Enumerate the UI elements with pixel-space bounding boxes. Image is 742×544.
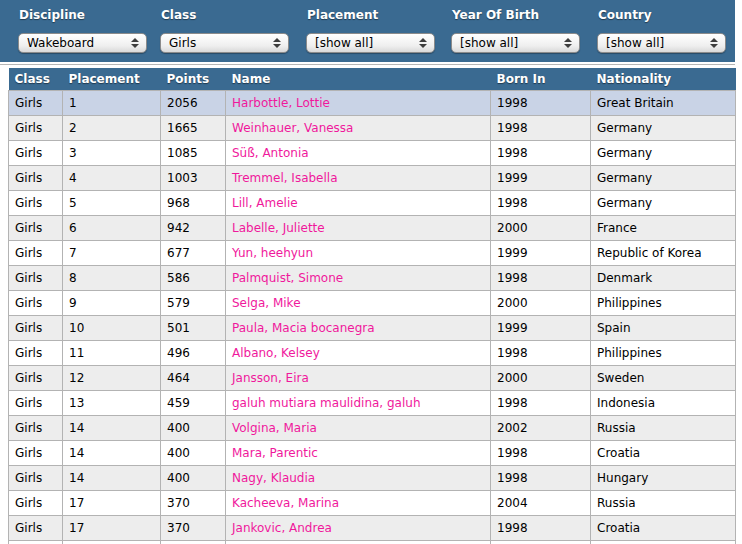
- cell-nationality: Great Britain: [591, 91, 736, 116]
- results-table-body: Girls12056Harbottle, Lottie1998Great Bri…: [9, 91, 736, 544]
- competitor-name-link[interactable]: Harbottle, Lottie: [232, 96, 330, 110]
- competitor-name-link[interactable]: Volgina, Maria: [232, 421, 317, 435]
- table-row: Girls9579Selga, Mike2000Philippines: [9, 291, 736, 316]
- table-row: Girls7677Yun, heehyun1999Republic of Kor…: [9, 241, 736, 266]
- select-arrows-icon: [564, 38, 572, 48]
- competitor-name-link[interactable]: Tremmel, Isabella: [232, 171, 338, 185]
- column-header-born-in: Born In: [491, 68, 591, 91]
- cell-name: Kacheeva, Marina: [226, 491, 491, 516]
- class-select-value: Girls: [169, 36, 268, 50]
- cell-nationality: Germany: [591, 166, 736, 191]
- cell-placement: 10: [63, 316, 161, 341]
- table-row: Girls13459galuh mutiara maulidina, galuh…: [9, 391, 736, 416]
- cell-points: 1003: [161, 166, 226, 191]
- cell-name: Mara, Parentic: [226, 441, 491, 466]
- competitor-name-link[interactable]: Labelle, Juliette: [232, 221, 325, 235]
- cell-points: 942: [161, 216, 226, 241]
- competitor-name-link[interactable]: Kacheeva, Marina: [232, 496, 339, 510]
- competitor-name-link[interactable]: Mara, Parentic: [232, 446, 318, 460]
- cell-points: 1665: [161, 116, 226, 141]
- cell-placement: 11: [63, 341, 161, 366]
- cell-points: 1085: [161, 141, 226, 166]
- competitor-name-link[interactable]: Selga, Mike: [232, 296, 301, 310]
- cell-name: [226, 541, 491, 544]
- table-row: Girls21665Weinhauer, Vanessa1998Germany: [9, 116, 736, 141]
- competitor-name-link[interactable]: Jankovic, Andrea: [232, 521, 332, 535]
- year-of-birth-select-value: [show all]: [460, 36, 559, 50]
- select-arrows-icon: [273, 38, 281, 48]
- cell-name: Jansson, Eira: [226, 366, 491, 391]
- select-arrows-icon: [710, 38, 718, 48]
- table-row: Girls11496Albano, Kelsey1998Philippines: [9, 341, 736, 366]
- competitor-name-link[interactable]: Paula, Macia bocanegra: [232, 321, 375, 335]
- cell-points: 579: [161, 291, 226, 316]
- cell-name: Nagy, Klaudia: [226, 466, 491, 491]
- cell-born-in: 2000: [491, 216, 591, 241]
- cell-placement: [63, 541, 161, 544]
- cell-placement: 14: [63, 441, 161, 466]
- cell-class: Girls: [9, 191, 63, 216]
- competitor-name-link[interactable]: Yun, heehyun: [232, 246, 313, 260]
- cell-born-in: 1998: [491, 466, 591, 491]
- cell-name: galuh mutiara maulidina, galuh: [226, 391, 491, 416]
- cell-placement: 14: [63, 416, 161, 441]
- cell-name: Lill, Amelie: [226, 191, 491, 216]
- cell-nationality: France: [591, 216, 736, 241]
- table-row: Girls12056Harbottle, Lottie1998Great Bri…: [9, 91, 736, 116]
- cell-placement: 8: [63, 266, 161, 291]
- cell-born-in: 1998: [491, 91, 591, 116]
- cell-name: Albano, Kelsey: [226, 341, 491, 366]
- competitor-name-link[interactable]: Palmquist, Simone: [232, 271, 343, 285]
- cell-placement: 5: [63, 191, 161, 216]
- cell-placement: 4: [63, 166, 161, 191]
- table-row: [9, 541, 736, 544]
- cell-class: Girls: [9, 116, 63, 141]
- table-row: Girls14400Nagy, Klaudia1998Hungary: [9, 466, 736, 491]
- cell-class: Girls: [9, 391, 63, 416]
- header-row: Class Placement Points Name Born In Nati…: [9, 68, 736, 91]
- competitor-name-link[interactable]: Jansson, Eira: [232, 371, 309, 385]
- cell-class: Girls: [9, 266, 63, 291]
- table-row: Girls8586Palmquist, Simone1998Denmark: [9, 266, 736, 291]
- cell-name: Paula, Macia bocanegra: [226, 316, 491, 341]
- table-row: Girls12464Jansson, Eira2000Sweden: [9, 366, 736, 391]
- filter-label-placement: Placement: [307, 8, 378, 22]
- cell-class: Girls: [9, 366, 63, 391]
- year-of-birth-select[interactable]: [show all]: [451, 33, 580, 53]
- class-select[interactable]: Girls: [160, 33, 289, 53]
- competitor-name-link[interactable]: Nagy, Klaudia: [232, 471, 315, 485]
- cell-class: Girls: [9, 491, 63, 516]
- competitor-name-link[interactable]: Albano, Kelsey: [232, 346, 320, 360]
- cell-name: Labelle, Juliette: [226, 216, 491, 241]
- competitor-name-link[interactable]: Süß, Antonia: [232, 146, 309, 160]
- cell-name: Tremmel, Isabella: [226, 166, 491, 191]
- cell-name: Palmquist, Simone: [226, 266, 491, 291]
- table-row: Girls41003Tremmel, Isabella1999Germany: [9, 166, 736, 191]
- cell-nationality: Hungary: [591, 466, 736, 491]
- cell-class: Girls: [9, 516, 63, 541]
- filter-label-class: Class: [161, 8, 196, 22]
- cell-born-in: 1998: [491, 191, 591, 216]
- cell-points: 677: [161, 241, 226, 266]
- discipline-select[interactable]: Wakeboard: [18, 33, 147, 53]
- competitor-name-link[interactable]: Weinhauer, Vanessa: [232, 121, 353, 135]
- cell-name: Harbottle, Lottie: [226, 91, 491, 116]
- cell-class: Girls: [9, 441, 63, 466]
- competitor-name-link[interactable]: galuh mutiara maulidina, galuh: [232, 396, 421, 410]
- table-row: Girls14400Volgina, Maria2002Russia: [9, 416, 736, 441]
- cell-points: 586: [161, 266, 226, 291]
- country-select[interactable]: [show all]: [597, 33, 726, 53]
- cell-nationality: Philippines: [591, 341, 736, 366]
- cell-born-in: [491, 541, 591, 544]
- results-table-header: Class Placement Points Name Born In Nati…: [9, 68, 736, 91]
- column-header-class: Class: [9, 68, 63, 91]
- placement-select[interactable]: [show all]: [306, 33, 435, 53]
- column-header-name: Name: [226, 68, 491, 91]
- cell-nationality: Spain: [591, 316, 736, 341]
- cell-points: 496: [161, 341, 226, 366]
- competitor-name-link[interactable]: Lill, Amelie: [232, 196, 298, 210]
- cell-nationality: Russia: [591, 491, 736, 516]
- table-row: Girls17370Kacheeva, Marina2004Russia: [9, 491, 736, 516]
- select-arrows-icon: [419, 38, 427, 48]
- cell-class: Girls: [9, 416, 63, 441]
